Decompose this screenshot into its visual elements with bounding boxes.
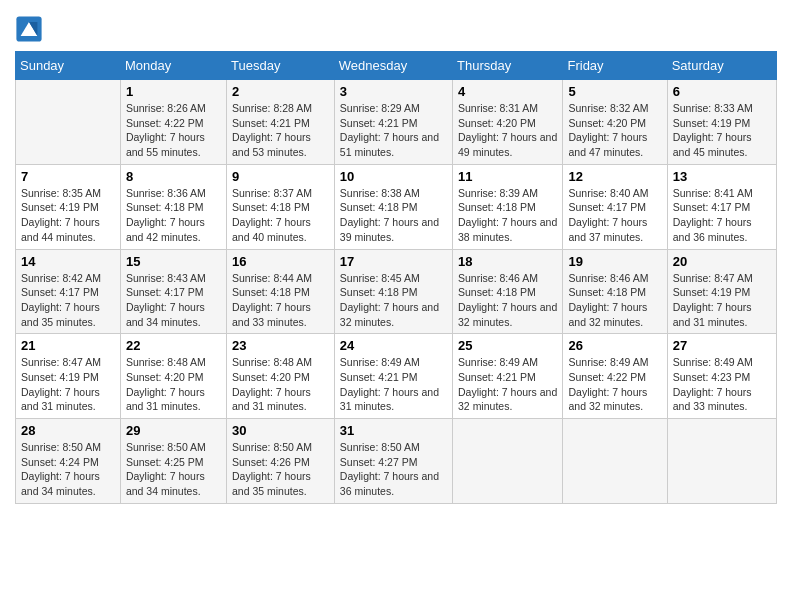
day-info: Sunrise: 8:36 AMSunset: 4:18 PMDaylight:… bbox=[126, 186, 221, 245]
week-row-2: 7Sunrise: 8:35 AMSunset: 4:19 PMDaylight… bbox=[16, 164, 777, 249]
day-number: 20 bbox=[673, 254, 771, 269]
header-cell-wednesday: Wednesday bbox=[334, 52, 452, 80]
day-info: Sunrise: 8:48 AMSunset: 4:20 PMDaylight:… bbox=[232, 355, 329, 414]
day-cell: 10Sunrise: 8:38 AMSunset: 4:18 PMDayligh… bbox=[334, 164, 452, 249]
day-cell: 17Sunrise: 8:45 AMSunset: 4:18 PMDayligh… bbox=[334, 249, 452, 334]
header-cell-saturday: Saturday bbox=[667, 52, 776, 80]
day-number: 31 bbox=[340, 423, 447, 438]
day-info: Sunrise: 8:41 AMSunset: 4:17 PMDaylight:… bbox=[673, 186, 771, 245]
day-cell: 22Sunrise: 8:48 AMSunset: 4:20 PMDayligh… bbox=[120, 334, 226, 419]
day-number: 18 bbox=[458, 254, 557, 269]
day-cell: 5Sunrise: 8:32 AMSunset: 4:20 PMDaylight… bbox=[563, 80, 667, 165]
day-info: Sunrise: 8:46 AMSunset: 4:18 PMDaylight:… bbox=[568, 271, 661, 330]
day-number: 24 bbox=[340, 338, 447, 353]
day-cell: 11Sunrise: 8:39 AMSunset: 4:18 PMDayligh… bbox=[453, 164, 563, 249]
day-number: 7 bbox=[21, 169, 115, 184]
header-cell-friday: Friday bbox=[563, 52, 667, 80]
day-cell: 19Sunrise: 8:46 AMSunset: 4:18 PMDayligh… bbox=[563, 249, 667, 334]
week-row-1: 1Sunrise: 8:26 AMSunset: 4:22 PMDaylight… bbox=[16, 80, 777, 165]
day-cell: 23Sunrise: 8:48 AMSunset: 4:20 PMDayligh… bbox=[227, 334, 335, 419]
day-info: Sunrise: 8:37 AMSunset: 4:18 PMDaylight:… bbox=[232, 186, 329, 245]
day-number: 14 bbox=[21, 254, 115, 269]
header-cell-sunday: Sunday bbox=[16, 52, 121, 80]
day-number: 16 bbox=[232, 254, 329, 269]
day-cell: 18Sunrise: 8:46 AMSunset: 4:18 PMDayligh… bbox=[453, 249, 563, 334]
day-number: 13 bbox=[673, 169, 771, 184]
day-number: 22 bbox=[126, 338, 221, 353]
day-number: 6 bbox=[673, 84, 771, 99]
day-cell: 4Sunrise: 8:31 AMSunset: 4:20 PMDaylight… bbox=[453, 80, 563, 165]
day-number: 15 bbox=[126, 254, 221, 269]
day-cell: 21Sunrise: 8:47 AMSunset: 4:19 PMDayligh… bbox=[16, 334, 121, 419]
day-info: Sunrise: 8:39 AMSunset: 4:18 PMDaylight:… bbox=[458, 186, 557, 245]
day-number: 30 bbox=[232, 423, 329, 438]
day-number: 8 bbox=[126, 169, 221, 184]
day-info: Sunrise: 8:48 AMSunset: 4:20 PMDaylight:… bbox=[126, 355, 221, 414]
day-number: 4 bbox=[458, 84, 557, 99]
day-cell: 30Sunrise: 8:50 AMSunset: 4:26 PMDayligh… bbox=[227, 419, 335, 504]
week-row-3: 14Sunrise: 8:42 AMSunset: 4:17 PMDayligh… bbox=[16, 249, 777, 334]
logo bbox=[15, 15, 45, 43]
day-info: Sunrise: 8:29 AMSunset: 4:21 PMDaylight:… bbox=[340, 101, 447, 160]
day-info: Sunrise: 8:50 AMSunset: 4:25 PMDaylight:… bbox=[126, 440, 221, 499]
header-cell-thursday: Thursday bbox=[453, 52, 563, 80]
day-info: Sunrise: 8:45 AMSunset: 4:18 PMDaylight:… bbox=[340, 271, 447, 330]
logo-icon bbox=[15, 15, 43, 43]
day-info: Sunrise: 8:49 AMSunset: 4:21 PMDaylight:… bbox=[340, 355, 447, 414]
day-cell: 8Sunrise: 8:36 AMSunset: 4:18 PMDaylight… bbox=[120, 164, 226, 249]
day-number: 23 bbox=[232, 338, 329, 353]
day-number: 9 bbox=[232, 169, 329, 184]
day-number: 21 bbox=[21, 338, 115, 353]
day-cell: 1Sunrise: 8:26 AMSunset: 4:22 PMDaylight… bbox=[120, 80, 226, 165]
day-info: Sunrise: 8:50 AMSunset: 4:26 PMDaylight:… bbox=[232, 440, 329, 499]
day-cell: 25Sunrise: 8:49 AMSunset: 4:21 PMDayligh… bbox=[453, 334, 563, 419]
day-cell: 26Sunrise: 8:49 AMSunset: 4:22 PMDayligh… bbox=[563, 334, 667, 419]
day-number: 5 bbox=[568, 84, 661, 99]
day-info: Sunrise: 8:49 AMSunset: 4:23 PMDaylight:… bbox=[673, 355, 771, 414]
day-number: 2 bbox=[232, 84, 329, 99]
day-info: Sunrise: 8:47 AMSunset: 4:19 PMDaylight:… bbox=[673, 271, 771, 330]
day-number: 19 bbox=[568, 254, 661, 269]
day-info: Sunrise: 8:50 AMSunset: 4:24 PMDaylight:… bbox=[21, 440, 115, 499]
day-cell bbox=[16, 80, 121, 165]
week-row-4: 21Sunrise: 8:47 AMSunset: 4:19 PMDayligh… bbox=[16, 334, 777, 419]
day-cell: 7Sunrise: 8:35 AMSunset: 4:19 PMDaylight… bbox=[16, 164, 121, 249]
day-info: Sunrise: 8:46 AMSunset: 4:18 PMDaylight:… bbox=[458, 271, 557, 330]
day-info: Sunrise: 8:47 AMSunset: 4:19 PMDaylight:… bbox=[21, 355, 115, 414]
day-info: Sunrise: 8:43 AMSunset: 4:17 PMDaylight:… bbox=[126, 271, 221, 330]
day-cell: 14Sunrise: 8:42 AMSunset: 4:17 PMDayligh… bbox=[16, 249, 121, 334]
day-cell: 27Sunrise: 8:49 AMSunset: 4:23 PMDayligh… bbox=[667, 334, 776, 419]
day-cell: 28Sunrise: 8:50 AMSunset: 4:24 PMDayligh… bbox=[16, 419, 121, 504]
day-cell: 16Sunrise: 8:44 AMSunset: 4:18 PMDayligh… bbox=[227, 249, 335, 334]
header-row: SundayMondayTuesdayWednesdayThursdayFrid… bbox=[16, 52, 777, 80]
day-cell: 13Sunrise: 8:41 AMSunset: 4:17 PMDayligh… bbox=[667, 164, 776, 249]
day-number: 17 bbox=[340, 254, 447, 269]
day-cell: 20Sunrise: 8:47 AMSunset: 4:19 PMDayligh… bbox=[667, 249, 776, 334]
day-number: 3 bbox=[340, 84, 447, 99]
calendar-table: SundayMondayTuesdayWednesdayThursdayFrid… bbox=[15, 51, 777, 504]
day-info: Sunrise: 8:49 AMSunset: 4:21 PMDaylight:… bbox=[458, 355, 557, 414]
day-cell: 15Sunrise: 8:43 AMSunset: 4:17 PMDayligh… bbox=[120, 249, 226, 334]
day-number: 10 bbox=[340, 169, 447, 184]
day-cell: 2Sunrise: 8:28 AMSunset: 4:21 PMDaylight… bbox=[227, 80, 335, 165]
day-cell: 12Sunrise: 8:40 AMSunset: 4:17 PMDayligh… bbox=[563, 164, 667, 249]
day-info: Sunrise: 8:49 AMSunset: 4:22 PMDaylight:… bbox=[568, 355, 661, 414]
day-info: Sunrise: 8:42 AMSunset: 4:17 PMDaylight:… bbox=[21, 271, 115, 330]
day-info: Sunrise: 8:31 AMSunset: 4:20 PMDaylight:… bbox=[458, 101, 557, 160]
day-number: 26 bbox=[568, 338, 661, 353]
day-info: Sunrise: 8:50 AMSunset: 4:27 PMDaylight:… bbox=[340, 440, 447, 499]
day-cell bbox=[563, 419, 667, 504]
day-cell: 3Sunrise: 8:29 AMSunset: 4:21 PMDaylight… bbox=[334, 80, 452, 165]
day-info: Sunrise: 8:38 AMSunset: 4:18 PMDaylight:… bbox=[340, 186, 447, 245]
day-cell: 24Sunrise: 8:49 AMSunset: 4:21 PMDayligh… bbox=[334, 334, 452, 419]
day-number: 11 bbox=[458, 169, 557, 184]
day-cell bbox=[453, 419, 563, 504]
day-cell: 31Sunrise: 8:50 AMSunset: 4:27 PMDayligh… bbox=[334, 419, 452, 504]
day-info: Sunrise: 8:44 AMSunset: 4:18 PMDaylight:… bbox=[232, 271, 329, 330]
day-number: 12 bbox=[568, 169, 661, 184]
day-cell: 9Sunrise: 8:37 AMSunset: 4:18 PMDaylight… bbox=[227, 164, 335, 249]
day-number: 25 bbox=[458, 338, 557, 353]
day-cell bbox=[667, 419, 776, 504]
day-info: Sunrise: 8:28 AMSunset: 4:21 PMDaylight:… bbox=[232, 101, 329, 160]
day-cell: 29Sunrise: 8:50 AMSunset: 4:25 PMDayligh… bbox=[120, 419, 226, 504]
